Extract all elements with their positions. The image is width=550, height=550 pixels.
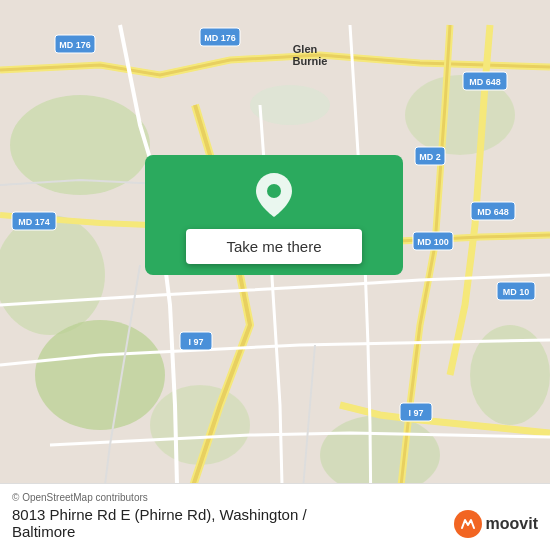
moovit-brand-text: moovit: [486, 515, 538, 533]
svg-point-3: [35, 320, 165, 430]
svg-text:Glen: Glen: [293, 43, 318, 55]
map-background: MD 176 MD 176 Glen Burnie MD 648 MD 2 MD…: [0, 0, 550, 550]
map-attribution: © OpenStreetMap contributors: [12, 492, 538, 503]
svg-point-2: [0, 215, 105, 335]
svg-text:MD 174: MD 174: [18, 217, 50, 227]
moovit-logo: moovit: [454, 510, 538, 538]
svg-text:MD 10: MD 10: [503, 287, 530, 297]
svg-text:MD 176: MD 176: [59, 40, 91, 50]
svg-point-31: [267, 184, 281, 198]
svg-text:MD 100: MD 100: [417, 237, 449, 247]
take-me-there-button[interactable]: Take me there: [186, 229, 362, 264]
svg-text:MD 2: MD 2: [419, 152, 441, 162]
map-container: MD 176 MD 176 Glen Burnie MD 648 MD 2 MD…: [0, 0, 550, 550]
svg-text:MD 176: MD 176: [204, 33, 236, 43]
svg-text:I 97: I 97: [188, 337, 203, 347]
moovit-icon: [454, 510, 482, 538]
svg-text:I 97: I 97: [408, 408, 423, 418]
bottom-info-bar: © OpenStreetMap contributors 8013 Phirne…: [0, 483, 550, 550]
svg-text:MD 648: MD 648: [469, 77, 501, 87]
location-pin-icon: [256, 173, 292, 217]
svg-text:MD 648: MD 648: [477, 207, 509, 217]
svg-text:Burnie: Burnie: [293, 55, 328, 67]
